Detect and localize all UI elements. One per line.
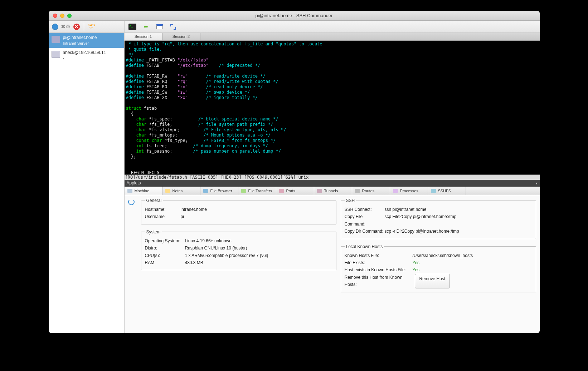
fullscreen-icon[interactable] [169,23,178,30]
session-tab[interactable]: Session 1 [125,33,162,40]
field-value: ssh pi@intranet.home [385,206,427,213]
globe-icon[interactable] [52,23,59,30]
known-hosts-group: Local Known Hosts Known Hosts File: /Use… [341,244,536,292]
applet-tabs: MachineNotesFile BrowserFile TransfersPo… [125,187,540,195]
xfer-icon [241,189,246,193]
ssh-group: SSH SSH Connect: ssh pi@intranet.homeCop… [341,198,536,239]
rt-icon [355,189,360,193]
general-legend: General [145,198,163,203]
refresh-icon[interactable] [128,199,135,205]
main-panel: ➦ Session 1Session 2 * if type is "rq", … [125,21,540,333]
host-name: aheck@192.168.58.11 [63,50,106,56]
sidebar: ✖︎⚙ ✕ AWS〰 pi@intranet.home Intranet Ser… [49,21,125,333]
port-icon [279,189,284,193]
editor-statusline: [RO]/usr/include/fstab.h [ASCII=035] [HE… [125,175,540,180]
applets-label: Applets [127,180,141,186]
fold-icon [203,189,208,193]
system-group: System Operating System: Linux 4.19.66+ … [141,229,336,271]
applet-tab-tunnels[interactable]: Tunnels [314,187,352,195]
delete-icon[interactable]: ✕ [73,23,80,30]
field-label: Copy File Command: [345,213,385,228]
new-window-icon[interactable] [155,23,164,30]
field-label: File Exists: [345,259,413,266]
field-value: Raspbian GNU/Linux 10 (buster) [185,244,247,252]
host-desc: Intranet Server [63,41,97,46]
applet-tab-processes[interactable]: Processes [390,187,428,195]
system-legend: System [145,229,162,234]
field-label: Username: [145,213,181,220]
settings-icon[interactable]: ✖︎⚙ [62,23,69,30]
general-group: General Hostname: intranet.homeUsername:… [141,198,336,224]
send-icon[interactable]: ➦ [142,23,150,30]
note-icon [165,189,170,193]
applet-tab-ports[interactable]: Ports [276,187,314,195]
applet-tab-machine[interactable]: Machine [125,187,162,195]
field-value: 480.3 MB [185,259,203,266]
remove-host-button[interactable]: Remove Host [415,274,450,288]
field-value: pi [181,213,184,220]
field-label: Hostname: [145,206,181,213]
field-label: Copy Dir Command: [345,228,385,235]
window-title: pi@intranet.home - SSH Commander [49,13,540,18]
field-value: Linux 4.19.66+ unknown [185,237,232,244]
proc-icon [393,189,398,193]
field-label: Operating System: [145,237,185,244]
host-item[interactable]: aheck@192.168.58.11 - [49,48,124,63]
field-value: 1 x ARMv6-compatible processor rev 7 (v6… [185,252,268,259]
session-tabs: Session 1Session 2 [125,33,540,41]
machine-details: General Hostname: intranet.homeUsername:… [125,195,540,333]
fs-icon [431,189,436,193]
terminal-output[interactable]: * if type is "rq", then use concatenatio… [125,41,540,175]
field-value: Yes [413,259,420,266]
field-value: /Users/aheck/.ssh/known_hosts [413,252,473,259]
remove-host-label: Remove this Host from Known Hosts: [345,274,413,288]
field-value: scp -r Dir2Copy pi@intranet.home:/tmp [385,228,459,235]
applet-tab-file-transfers[interactable]: File Transfers [238,187,276,195]
field-label: Host exists in Known Hosts File: [345,266,413,273]
field-label: Distro: [145,244,185,252]
applet-tab-file-browser[interactable]: File Browser [200,187,238,195]
host-name: pi@intranet.home [63,35,97,41]
field-label: Known Hosts File: [345,252,413,259]
sidebar-toolbar: ✖︎⚙ ✕ AWS〰 [49,21,124,33]
field-label: RAM: [145,259,185,266]
aws-icon[interactable]: AWS〰 [88,23,95,30]
applet-tab-notes[interactable]: Notes [162,187,200,195]
tun-icon [317,189,322,193]
host-desc: - [63,55,106,60]
known-hosts-legend: Local Known Hosts [345,244,384,249]
applet-tab-routes[interactable]: Routes [352,187,390,195]
main-toolbar: ➦ [125,21,540,33]
ssh-legend: SSH [345,198,356,203]
titlebar: pi@intranet.home - SSH Commander [49,11,540,21]
host-list: pi@intranet.home Intranet Server aheck@1… [49,33,124,333]
chevron-down-icon: ▾ [536,181,538,185]
host-icon [52,51,60,58]
host-item[interactable]: pi@intranet.home Intranet Server [49,33,124,48]
applets-header[interactable]: Applets ▾ [125,180,540,187]
field-value: Yes [413,266,420,273]
field-value: scp File2Copy pi@intranet.home:/tmp [385,213,457,228]
field-label: SSH Connect: [345,206,385,213]
host-icon [52,36,60,43]
terminal-icon[interactable] [128,23,137,30]
session-tab[interactable]: Session 2 [162,33,200,40]
mach-icon [127,189,132,193]
field-label: CPU(s): [145,252,185,259]
field-value: intranet.home [181,206,207,213]
applet-tab-sshfs[interactable]: SSHFS [428,187,466,195]
